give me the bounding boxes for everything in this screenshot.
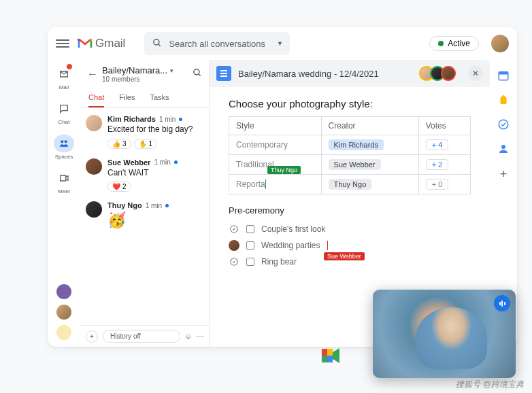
emoji-message: 🥳	[107, 211, 203, 229]
status-label: Active	[448, 39, 470, 48]
avatar	[86, 201, 102, 218]
svg-line-5	[199, 74, 201, 76]
svg-point-4	[194, 69, 199, 75]
presence-avatar[interactable]	[56, 305, 71, 320]
creator-chip: Kim Richards	[329, 139, 384, 150]
meet-pip-window[interactable]	[373, 290, 516, 378]
checkbox[interactable]	[246, 225, 254, 233]
reaction-chip[interactable]: ✋1	[134, 139, 158, 149]
checkbox[interactable]	[246, 258, 254, 266]
assign-icon[interactable]	[229, 256, 239, 267]
doc-title: Bailey/Namara wedding - 12/4/2021	[238, 69, 379, 79]
hamburger-menu-icon[interactable]	[56, 37, 69, 50]
nav-chat[interactable]: Chat	[54, 100, 74, 125]
docs-icon	[216, 66, 231, 81]
avatar	[86, 158, 102, 175]
notification-badge-icon	[66, 63, 73, 70]
emoji-icon[interactable]: ☺	[185, 332, 192, 340]
nav-mail[interactable]: Mail	[54, 65, 74, 90]
presence-avatar[interactable]	[56, 284, 71, 299]
svg-point-0	[154, 39, 159, 44]
table-row: ReportaThuy Ngo Thuy Ngo + 0	[229, 175, 471, 194]
collab-cursor-tag: Thuy Ngo	[267, 166, 301, 174]
dropdown-caret-icon[interactable]: ▼	[277, 40, 283, 47]
search-placeholder: Search all conversations	[169, 39, 265, 49]
tab-files[interactable]: Files	[119, 88, 135, 107]
chat-message: Kim Richards1 min Excited for the big da…	[86, 115, 203, 149]
reaction-chip[interactable]: ❤️2	[107, 182, 131, 192]
checklist-item[interactable]: Ring bear	[229, 254, 471, 270]
svg-point-3	[65, 140, 67, 143]
watermark: 搜狐号 @跨境宝典	[456, 379, 524, 390]
add-button[interactable]: +	[86, 330, 98, 343]
compose-input[interactable]: History off	[103, 330, 180, 343]
nav-spaces[interactable]: Spaces	[54, 135, 74, 160]
vote-button[interactable]: + 0	[426, 179, 449, 190]
avatar	[86, 115, 102, 131]
gmail-logo: Gmail	[78, 37, 125, 50]
search-icon[interactable]	[193, 68, 202, 80]
style-table: Style Creator Votes Contemporary Kim Ric…	[229, 116, 471, 194]
unread-dot-icon	[165, 204, 169, 207]
svg-point-11	[501, 145, 505, 149]
creator-chip: Sue Webber	[329, 159, 381, 170]
doc-heading: Choose your photography style:	[229, 98, 471, 109]
search-input[interactable]: Search all conversations ▼	[144, 32, 289, 55]
chevron-down-icon: ▾	[170, 67, 173, 74]
keep-icon[interactable]	[497, 94, 510, 106]
reaction-chip[interactable]: 👍3	[107, 139, 131, 149]
close-button[interactable]: ✕	[468, 66, 483, 81]
status-dot-icon	[438, 41, 444, 46]
search-icon	[152, 38, 162, 50]
unread-dot-icon	[174, 160, 178, 164]
chat-message: Sue Webber1 min Can't WAIT ❤️2	[86, 158, 203, 192]
checkbox[interactable]	[246, 241, 254, 250]
tasks-icon[interactable]	[497, 118, 510, 131]
tab-chat[interactable]: Chat	[88, 88, 104, 107]
section-heading: Pre-ceremony	[229, 205, 471, 216]
status-pill[interactable]: Active	[429, 36, 479, 51]
svg-line-1	[159, 44, 161, 46]
product-name: Gmail	[95, 37, 125, 50]
vote-button[interactable]: + 4	[426, 139, 449, 150]
presence-avatar[interactable]	[56, 325, 71, 340]
checklist-item[interactable]: Couple's first look	[229, 221, 471, 237]
space-title-dropdown[interactable]: Bailey/Namara... ▾ 10 members	[102, 65, 186, 83]
contacts-icon[interactable]	[497, 143, 510, 155]
assign-icon[interactable]	[229, 224, 239, 235]
add-icon[interactable]: +	[500, 167, 508, 182]
nav-meet[interactable]: Meet	[54, 169, 74, 194]
svg-point-2	[61, 140, 63, 143]
unread-dot-icon	[179, 118, 182, 121]
table-row: Traditional Sue Webber + 2	[229, 155, 471, 175]
calendar-icon[interactable]	[497, 69, 510, 82]
tab-tasks[interactable]: Tasks	[150, 88, 169, 107]
svg-point-10	[499, 120, 508, 129]
svg-rect-9	[499, 72, 508, 75]
speaking-indicator-icon	[494, 295, 510, 311]
account-avatar[interactable]	[491, 35, 509, 52]
more-icon[interactable]: ⋯	[197, 332, 203, 340]
creator-chip: Thuy Ngo	[329, 179, 372, 190]
assignee-avatar[interactable]	[229, 240, 239, 251]
back-arrow-icon[interactable]: ←	[87, 68, 98, 80]
vote-button[interactable]: + 2	[426, 159, 449, 170]
table-row: Contemporary Kim Richards + 4	[229, 135, 471, 155]
checklist-item[interactable]: Wedding parties Sue Webber	[229, 237, 471, 254]
meet-logo-icon	[318, 345, 343, 366]
chat-message: Thuy Ngo1 min 🥳	[86, 201, 203, 229]
collaborator-avatars[interactable]	[423, 66, 456, 81]
